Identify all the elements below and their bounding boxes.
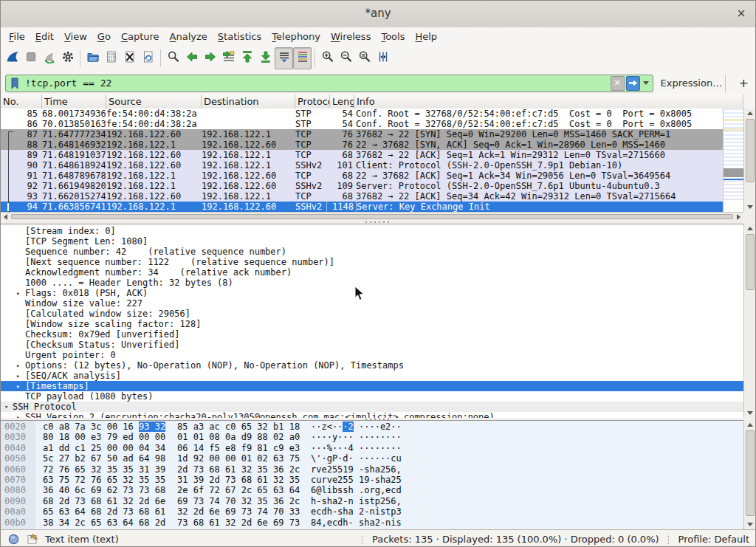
- hex-row-0030[interactable]: 003080 18 00 e3 79 ed 00 0001 01 08 0a d…: [1, 432, 743, 442]
- capture-options-button[interactable]: [58, 47, 77, 69]
- packet-row-91[interactable]: 9171.648789678192.168.122.1192.168.122.6…: [1, 171, 743, 181]
- hex-bytes-left[interactable]: c0 a8 7a 3c 00 16 93 32: [43, 422, 165, 432]
- menu-wireless[interactable]: Wireless: [326, 29, 376, 44]
- display-filter-input[interactable]: !tcp.port == 22: [21, 78, 609, 89]
- detail-line[interactable]: 1000 .... = Header Length: 32 bytes (8): [1, 278, 743, 288]
- menu-go[interactable]: Go: [92, 29, 116, 44]
- filter-clear-button[interactable]: ✕: [611, 76, 625, 91]
- hex-row-00a0[interactable]: 00a065 63 64 68 2d 73 68 6132 2d 6e 69 7…: [1, 506, 743, 517]
- hex-row-0080[interactable]: 008036 40 6c 69 62 73 73 682e 6f 72 67 2…: [1, 485, 743, 495]
- scroll-up-icon[interactable]: [744, 224, 756, 233]
- menu-telephony[interactable]: Telephony: [267, 29, 326, 44]
- ascii-left[interactable]: h-sha2-n: [311, 496, 354, 506]
- packet-row-93[interactable]: 9371.662015274192.168.122.60192.168.122.…: [1, 191, 743, 202]
- hex-bytes-right[interactable]: 1d 92 00 00 01 02 63 75: [177, 453, 300, 464]
- ascii-right[interactable]: ······cu: [359, 453, 402, 464]
- hex-row-00b0[interactable]: 00b038 34 2c 65 63 64 68 2d73 68 61 32 2…: [1, 517, 743, 528]
- menu-analyze[interactable]: Analyze: [165, 29, 213, 44]
- column-header-time[interactable]: Time: [42, 94, 106, 109]
- scroll-up-icon[interactable]: [744, 109, 756, 118]
- expert-info-icon[interactable]: [7, 532, 20, 546]
- detail-line[interactable]: [Stream index: 0]: [1, 226, 743, 236]
- detail-line[interactable]: ▸[SEQ/ACK analysis]: [1, 371, 743, 381]
- hex-row-0020[interactable]: 0020c0 a8 7a 3c 00 16 93 3285 a3 ac c0 6…: [1, 422, 743, 432]
- profile-status[interactable]: Profile: Default: [678, 534, 749, 545]
- column-header-length[interactable]: Length: [330, 94, 354, 109]
- ascii-left[interactable]: rve25519: [311, 464, 354, 475]
- zoom-in-button[interactable]: [318, 47, 337, 69]
- packet-row-85[interactable]: 8568.001734936fe:54:00:d4:38:2aSTP54Conf…: [1, 109, 743, 119]
- ascii-left[interactable]: ecdh-sha: [311, 506, 354, 517]
- menu-file[interactable]: File: [4, 29, 30, 44]
- display-filter-field[interactable]: !tcp.port == 22 ✕: [5, 75, 653, 92]
- find-packet-button[interactable]: [164, 47, 182, 69]
- packet-row-86[interactable]: 8670.013850163fe:54:00:d4:38:2aSTP54Conf…: [1, 119, 743, 129]
- detail-line[interactable]: Urgent pointer: 0: [1, 350, 743, 360]
- packet-row-88[interactable]: 8871.648146932192.168.122.1192.168.122.6…: [1, 140, 743, 150]
- ascii-right[interactable]: ········: [359, 432, 402, 442]
- packet-row-90[interactable]: 9071.648618924192.168.122.60192.168.122.…: [1, 160, 743, 171]
- scrollbar-handle[interactable]: [746, 234, 755, 290]
- packet-row-94[interactable]: 9471.663856741192.168.122.1192.168.122.6…: [1, 202, 743, 212]
- column-header-no[interactable]: No.: [1, 94, 42, 109]
- hex-bytes-left[interactable]: a1 dd c1 25 00 00 04 34: [43, 443, 165, 453]
- detail-line[interactable]: [TCP Segment Len: 1080]: [1, 236, 743, 247]
- hex-row-0090[interactable]: 009068 2d 73 68 61 32 2d 6e69 73 74 70 3…: [1, 496, 743, 506]
- go-back-button[interactable]: [182, 47, 201, 69]
- collapsed-arrow-icon[interactable]: ▸: [16, 381, 20, 391]
- scrollbar-handle[interactable]: [746, 430, 755, 516]
- hex-bytes-right[interactable]: 69 73 74 70 32 35 36 2c: [177, 496, 300, 506]
- menu-capture[interactable]: Capture: [116, 29, 165, 44]
- ascii-left[interactable]: curve255: [311, 475, 354, 485]
- detail-line[interactable]: Window size value: 227: [1, 298, 743, 309]
- go-forward-button[interactable]: [201, 47, 219, 69]
- packet-list-hscrollbar[interactable]: [1, 212, 743, 221]
- hex-bytes-right[interactable]: 2e 6f 72 67 2c 65 63 64: [177, 485, 300, 495]
- filter-add-button[interactable]: +: [736, 76, 751, 90]
- hex-bytes-right[interactable]: 01 01 08 0a d9 88 02 a0: [177, 432, 300, 442]
- scroll-down-icon[interactable]: [744, 202, 756, 212]
- column-header-protocol[interactable]: Protocol: [295, 94, 330, 109]
- ascii-left[interactable]: ····y···: [311, 432, 354, 442]
- detail-line[interactable]: Checksum: 0x79ed [unverified]: [1, 329, 743, 340]
- hex-bytes-left[interactable]: 5c 27 b2 67 50 ad 64 98: [43, 453, 165, 464]
- save-file-button[interactable]: 010101100111: [102, 47, 120, 69]
- detail-line[interactable]: ▸Flags: 0x018 (PSH, ACK): [1, 288, 743, 298]
- auto-scroll-toggle[interactable]: [275, 47, 293, 69]
- collapsed-arrow-icon[interactable]: ▸: [16, 288, 20, 298]
- hex-bytes-left[interactable]: 80 18 00 e3 79 ed 00 00: [43, 432, 165, 442]
- collapsed-arrow-icon[interactable]: ▸: [16, 371, 20, 381]
- menu-tools[interactable]: Tools: [376, 29, 410, 44]
- close-file-button[interactable]: [120, 47, 139, 69]
- filter-apply-button[interactable]: [626, 76, 640, 91]
- ascii-left[interactable]: 84,ecdh-: [311, 517, 354, 528]
- hex-bytes-left[interactable]: 63 75 72 76 65 32 35 35: [43, 475, 165, 485]
- ascii-left[interactable]: ··z<···2: [311, 422, 354, 432]
- details-scrollbar[interactable]: [743, 224, 756, 418]
- ascii-left[interactable]: \'·gP·d·: [311, 453, 354, 464]
- filter-bookmark-icon[interactable]: [8, 77, 21, 90]
- hex-bytes-left[interactable]: 65 63 64 68 2d 73 68 61: [43, 506, 165, 517]
- go-to-top-button[interactable]: [238, 47, 256, 69]
- hex-row-0060[interactable]: 006072 76 65 32 35 35 31 392d 73 68 61 3…: [1, 464, 743, 475]
- detail-line[interactable]: [Window size scaling factor: 128]: [1, 319, 743, 329]
- reload-file-button[interactable]: [139, 47, 157, 69]
- close-button[interactable]: ×: [733, 1, 749, 27]
- detail-line[interactable]: TCP payload (1080 bytes): [1, 391, 743, 402]
- detail-line[interactable]: ▸Options: (12 bytes), No-Operation (NOP)…: [1, 360, 743, 371]
- scroll-down-icon[interactable]: [744, 408, 756, 418]
- resize-columns-button[interactable]: [374, 47, 392, 69]
- scroll-left-icon[interactable]: [1, 213, 10, 221]
- ascii-right[interactable]: sha2-nis: [359, 517, 402, 528]
- ascii-right[interactable]: ········: [359, 443, 402, 453]
- packet-list-scrollbar[interactable]: [743, 109, 756, 212]
- hex-bytes-right[interactable]: 06 14 f5 e8 f9 81 c9 e3: [177, 443, 300, 453]
- filter-dropdown-button[interactable]: [642, 77, 650, 90]
- column-header-destination[interactable]: Destination: [202, 94, 295, 109]
- hscrollbar-handle[interactable]: [11, 214, 733, 219]
- menu-view[interactable]: View: [59, 29, 92, 44]
- bytes-scrollbar[interactable]: [743, 420, 756, 529]
- expression-button[interactable]: Expression…: [661, 78, 723, 89]
- detail-line[interactable]: Acknowledgment number: 34 (relative ack …: [1, 267, 743, 278]
- detail-line[interactable]: Sequence number: 42 (relative sequence n…: [1, 247, 743, 257]
